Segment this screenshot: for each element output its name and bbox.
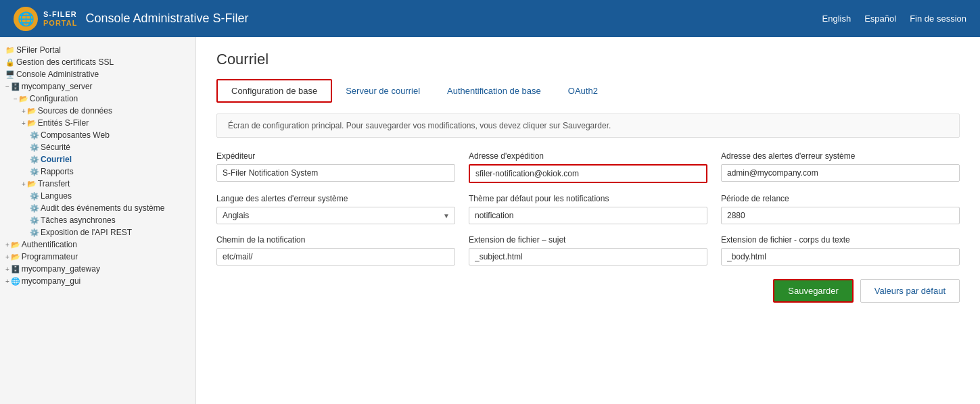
sidebar-item-api[interactable]: ⚙️ Exposition de l'API REST [0, 226, 195, 238]
tab-configuration-de-base[interactable]: Configuration de base [216, 79, 332, 103]
adresse-alertes-label: Adresse des alertes d'erreur système [721, 151, 960, 161]
sidebar-taches-label: Tâches asynchrones [41, 216, 116, 225]
courriel-icon: ⚙️ [30, 155, 39, 164]
sidebar-item-programmateur[interactable]: + 📂 Programmateur [0, 251, 195, 263]
nav-espanol[interactable]: Español [864, 14, 896, 24]
sidebar-gateway-label: mycompany_gateway [22, 264, 100, 274]
form-group-extension-sujet: Extension de fichier – sujet [469, 235, 707, 266]
nav-logout[interactable]: Fin de session [910, 14, 966, 24]
gateway-icon: 🗄️ [11, 265, 20, 274]
save-button[interactable]: Sauvegarder [773, 279, 853, 303]
form-grid: Expéditeur Adresse d'expédition Adresse … [216, 151, 960, 266]
logo-bottom: PORTAL [43, 19, 77, 27]
header-title: Console Administrative S-Filer [85, 11, 248, 26]
sidebar-transfert-label: Transfert [38, 179, 70, 188]
sidebar-item-langues[interactable]: ⚙️ Langues [0, 190, 195, 202]
extension-corps-label: Extension de fichier - corps du texte [721, 235, 960, 245]
chemin-label: Chemin de la notification [216, 235, 455, 245]
plus-icon: + [22, 107, 26, 115]
sidebar-item-composantes[interactable]: ⚙️ Composantes Web [0, 129, 195, 141]
sidebar-item-courriel[interactable]: ⚙️ Courriel [0, 153, 195, 166]
sidebar: 📁 SFiler Portal 🔒 Gestion des certificat… [0, 37, 196, 404]
form-group-adresse-alertes: Adresse des alertes d'erreur système [721, 151, 960, 183]
console-icon: 🖥️ [5, 70, 15, 79]
sidebar-item-configuration[interactable]: − 📂 Configuration [0, 93, 195, 105]
sidebar-console-label: Console Administrative [16, 70, 99, 79]
tab-bar: Configuration de base Serveur de courrie… [216, 79, 960, 103]
sidebar-courriel-label: Courriel [41, 155, 72, 164]
auth-folder-icon: 📂 [11, 241, 20, 249]
sidebar-securite-label: Sécurité [41, 143, 70, 152]
sidebar-root[interactable]: 📁 SFiler Portal [0, 44, 195, 56]
chemin-input[interactable] [216, 248, 455, 266]
plus-icon4: + [5, 241, 9, 249]
entites-folder-icon: 📂 [27, 119, 37, 128]
sources-folder-icon: 📂 [27, 107, 37, 116]
form-group-theme: Thème par défaut pour les notifications [469, 194, 707, 224]
form-group-chemin: Chemin de la notification [216, 235, 455, 266]
server-icon: 🗄️ [11, 82, 20, 91]
form-group-extension-corps: Extension de fichier - corps du texte [721, 235, 960, 266]
sidebar-gui-label: mycompany_gui [22, 276, 80, 286]
periode-input[interactable] [721, 207, 960, 224]
tab-serveur-courriel[interactable]: Serveur de courriel [332, 79, 434, 103]
transfert-folder-icon: 📂 [27, 180, 37, 188]
header: 🌐 S-FILER PORTAL Console Administrative … [0, 0, 980, 37]
periode-label: Période de relance [721, 194, 960, 203]
sidebar-item-securite[interactable]: ⚙️ Sécurité [0, 141, 195, 153]
sidebar-item-mycompany-server[interactable]: − 🗄️ mycompany_server [0, 80, 195, 93]
sidebar-server-label: mycompany_server [22, 82, 93, 91]
sidebar-item-gui[interactable]: + 🌐 mycompany_gui [0, 275, 195, 287]
sidebar-item-ssl[interactable]: 🔒 Gestion des certificats SSL [0, 56, 195, 68]
sidebar-item-sources[interactable]: + 📂 Sources de données [0, 105, 195, 117]
plus-icon5: + [5, 253, 9, 261]
adresse-expedition-input[interactable] [469, 164, 707, 183]
sidebar-item-console[interactable]: 🖥️ Console Administrative [0, 68, 195, 80]
extension-sujet-input[interactable] [469, 248, 707, 266]
sidebar-config-label: Configuration [30, 94, 78, 103]
default-values-button[interactable]: Valeurs par défaut [860, 279, 960, 303]
sidebar-item-gateway[interactable]: + 🗄️ mycompany_gateway [0, 263, 195, 275]
theme-input[interactable] [469, 207, 707, 224]
root-icon: 📁 [5, 46, 15, 55]
langue-alertes-label: Langue des alertes d'erreur système [216, 194, 455, 203]
sidebar-item-entites[interactable]: + 📂 Entités S-Filer [0, 117, 195, 129]
globe-icon: 🌐 [14, 7, 38, 31]
logo: 🌐 S-FILER PORTAL [14, 7, 77, 31]
expediteur-input[interactable] [216, 164, 455, 182]
logo-top: S-FILER [43, 10, 77, 18]
sidebar-item-audit[interactable]: ⚙️ Audit des événements du système [0, 202, 195, 214]
prog-folder-icon: 📂 [11, 253, 20, 261]
extension-corps-input[interactable] [721, 248, 960, 266]
adresse-alertes-input[interactable] [721, 164, 960, 182]
langue-alertes-select-wrapper: Anglais Français Español [216, 207, 455, 224]
main-content: Courriel Configuration de base Serveur d… [196, 37, 980, 404]
nav-english[interactable]: English [822, 14, 851, 24]
header-nav: English Español Fin de session [822, 14, 966, 24]
expediteur-label: Expéditeur [216, 151, 455, 161]
sidebar-audit-label: Audit des événements du système [41, 203, 164, 213]
sidebar-entites-label: Entités S-Filer [38, 118, 89, 128]
tab-oauth2[interactable]: OAuth2 [555, 79, 611, 103]
layout: 📁 SFiler Portal 🔒 Gestion des certificat… [0, 37, 980, 404]
page-title: Courriel [216, 51, 960, 68]
sidebar-item-taches[interactable]: ⚙️ Tâches asynchrones [0, 214, 195, 226]
minus-icon: − [5, 83, 9, 91]
sidebar-item-auth[interactable]: + 📂 Authentification [0, 238, 195, 251]
securite-icon: ⚙️ [30, 143, 39, 152]
info-text: Écran de configuration principal. Pour s… [228, 121, 611, 130]
sidebar-item-rapports[interactable]: ⚙️ Rapports [0, 166, 195, 178]
audit-icon: ⚙️ [30, 204, 39, 213]
tab-authentification-de-base[interactable]: Authentification de base [434, 79, 555, 103]
form-group-langue-alertes: Langue des alertes d'erreur système Angl… [216, 194, 455, 224]
header-left: 🌐 S-FILER PORTAL Console Administrative … [14, 7, 249, 31]
gui-icon: 🌐 [11, 277, 20, 286]
form-group-periode: Période de relance [721, 194, 960, 224]
form-group-expediteur: Expéditeur [216, 151, 455, 183]
sidebar-prog-label: Programmateur [22, 252, 78, 261]
sidebar-langues-label: Langues [41, 191, 72, 201]
langue-alertes-select[interactable]: Anglais Français Español [216, 207, 455, 224]
extension-sujet-label: Extension de fichier – sujet [469, 235, 707, 245]
form-actions: Sauvegarder Valeurs par défaut [216, 279, 960, 303]
sidebar-item-transfert[interactable]: + 📂 Transfert [0, 178, 195, 190]
